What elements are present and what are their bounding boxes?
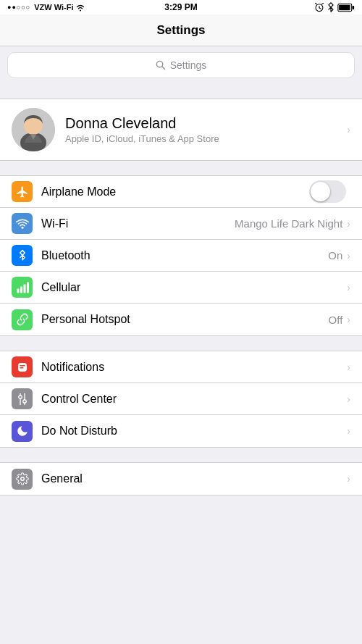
profile-subtitle: Apple ID, iCloud, iTunes & App Store <box>65 133 347 144</box>
search-container: Settings <box>0 46 362 84</box>
hotspot-icon-svg <box>16 313 29 326</box>
airplane-svg <box>16 185 29 198</box>
do-not-disturb-label: Do Not Disturb <box>41 425 347 438</box>
svg-rect-14 <box>17 288 19 293</box>
bluetooth-row[interactable]: Bluetooth On › <box>0 240 362 272</box>
moon-icon-svg <box>16 425 29 438</box>
battery-icon <box>337 3 355 12</box>
profile-chevron: › <box>347 124 350 135</box>
notifications-row[interactable]: Notifications › <box>0 351 362 383</box>
bluetooth-icon-svg <box>18 249 27 262</box>
svg-line-2 <box>319 8 321 9</box>
cellular-chevron: › <box>347 282 350 293</box>
airplane-mode-toggle-knob <box>311 182 330 201</box>
svg-line-9 <box>162 67 165 70</box>
notifications-icon-svg <box>16 361 29 374</box>
hotspot-value: Off <box>329 314 343 326</box>
svg-rect-19 <box>20 365 25 367</box>
general-icon <box>12 469 33 490</box>
status-right <box>314 2 355 12</box>
svg-line-3 <box>315 3 316 4</box>
svg-rect-6 <box>339 4 350 10</box>
status-time: 3:29 PM <box>164 2 197 12</box>
svg-point-27 <box>20 477 24 481</box>
search-bar[interactable]: Settings <box>7 52 355 78</box>
hotspot-icon <box>12 309 33 330</box>
wifi-chevron: › <box>347 218 350 230</box>
control-center-row[interactable]: Control Center › <box>0 383 362 415</box>
hotspot-chevron: › <box>347 314 350 325</box>
general-chevron: › <box>347 473 350 485</box>
control-center-label: Control Center <box>41 393 347 406</box>
search-icon <box>156 60 166 70</box>
carrier-label: VZW Wi-Fi <box>34 3 73 12</box>
airplane-mode-label: Airplane Mode <box>41 185 309 198</box>
do-not-disturb-chevron: › <box>347 425 350 437</box>
avatar-svg <box>12 108 55 151</box>
profile-avatar <box>12 108 55 151</box>
notifications-chevron: › <box>347 361 350 373</box>
svg-line-4 <box>322 3 324 4</box>
general-row[interactable]: General › <box>0 463 362 495</box>
control-center-icon-svg <box>16 393 29 406</box>
wifi-value: Mango Life Dark Night <box>235 217 342 230</box>
notifications-label: Notifications <box>41 361 347 374</box>
gear-icon-svg <box>16 472 29 485</box>
cellular-row[interactable]: Cellular › <box>0 272 362 304</box>
page-title: Settings <box>156 23 205 38</box>
alarm-icon <box>314 2 324 12</box>
status-left: ●●○○○ VZW Wi-Fi <box>7 3 85 12</box>
do-not-disturb-row[interactable]: Do Not Disturb › <box>0 415 362 447</box>
hotspot-row[interactable]: Personal Hotspot Off › <box>0 304 362 335</box>
svg-rect-15 <box>20 286 22 293</box>
airplane-mode-row[interactable]: Airplane Mode <box>0 176 362 208</box>
bluetooth-row-icon <box>12 245 33 266</box>
svg-rect-16 <box>23 284 25 293</box>
profile-info: Donna Cleveland Apple ID, iCloud, iTunes… <box>65 115 347 144</box>
general-group: General › <box>0 462 362 495</box>
notifications-icon <box>12 356 33 377</box>
wifi-status-icon <box>75 3 85 12</box>
bluetooth-chevron: › <box>347 250 350 262</box>
svg-rect-7 <box>353 5 355 9</box>
status-bar: ●●○○○ VZW Wi-Fi 3:29 PM <box>0 0 362 14</box>
nav-bar: Settings <box>0 14 362 46</box>
cellular-label: Cellular <box>41 281 342 294</box>
bluetooth-status-icon <box>327 2 334 12</box>
do-not-disturb-icon <box>12 421 33 442</box>
svg-rect-20 <box>20 367 23 369</box>
profile-name: Donna Cleveland <box>65 115 347 132</box>
profile-row[interactable]: Donna Cleveland Apple ID, iCloud, iTunes… <box>0 99 362 161</box>
wifi-row-icon <box>12 213 33 234</box>
bluetooth-label: Bluetooth <box>41 249 328 262</box>
cellular-row-icon <box>12 277 33 298</box>
bluetooth-value: On <box>328 249 342 262</box>
section-gap-3 <box>0 336 362 351</box>
general-label: General <box>41 472 347 485</box>
svg-rect-17 <box>27 282 29 293</box>
airplane-mode-icon <box>12 181 33 202</box>
section-gap-1 <box>0 84 362 99</box>
control-center-icon <box>12 388 33 409</box>
section-gap-2 <box>0 161 362 175</box>
connectivity-group: Airplane Mode Wi-Fi Mango Life Dark Nigh… <box>0 175 362 336</box>
svg-point-8 <box>156 61 162 67</box>
hotspot-label: Personal Hotspot <box>41 313 329 326</box>
wifi-icon-svg <box>16 217 29 230</box>
wifi-label: Wi-Fi <box>41 217 235 230</box>
svg-point-13 <box>21 226 23 228</box>
search-placeholder: Settings <box>170 59 207 71</box>
system-group: Notifications › Control Center › Do Not … <box>0 351 362 448</box>
airplane-mode-toggle[interactable] <box>309 180 346 203</box>
control-center-chevron: › <box>347 393 350 405</box>
section-gap-4 <box>0 448 362 462</box>
cellular-icon-svg <box>16 281 29 294</box>
wifi-row[interactable]: Wi-Fi Mango Life Dark Night › <box>0 208 362 240</box>
signal-dots: ●●○○○ <box>7 4 30 11</box>
